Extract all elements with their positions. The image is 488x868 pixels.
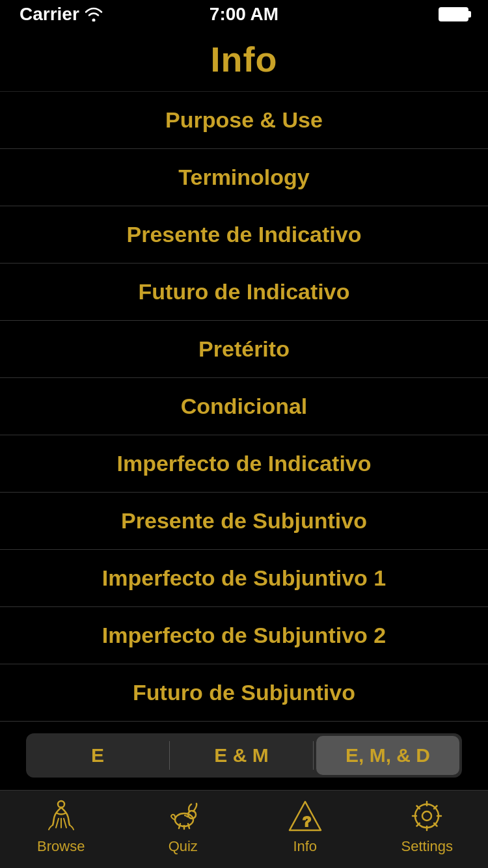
status-bar-right <box>439 7 468 21</box>
browse-icon <box>43 798 79 834</box>
tab-item-quiz[interactable]: Quiz <box>137 798 228 855</box>
info-tab-label: Info <box>293 838 317 855</box>
menu-item-condicional[interactable]: Condicional <box>0 378 488 435</box>
menu-list: Purpose & UseTerminologyPresente de Indi… <box>0 92 488 722</box>
menu-item-label-terminology: Terminology <box>178 165 310 190</box>
filter-divider-2 <box>313 741 314 770</box>
filter-btn-e[interactable]: E <box>26 733 169 778</box>
menu-item-label-preterito: Pretérito <box>198 336 290 362</box>
menu-item-purpose-use[interactable]: Purpose & Use <box>0 92 488 149</box>
settings-tab-label: Settings <box>401 838 454 855</box>
settings-icon <box>409 798 445 834</box>
browse-tab-label: Browse <box>37 838 85 855</box>
tab-item-settings[interactable]: Settings <box>381 798 472 855</box>
menu-item-imperfecto-subjuntivo-2[interactable]: Imperfecto de Subjuntivo 2 <box>0 607 488 664</box>
menu-item-preterito[interactable]: Pretérito <box>0 321 488 378</box>
menu-item-terminology[interactable]: Terminology <box>0 149 488 206</box>
filter-buttons-group: EE & ME, M, & D <box>26 733 462 778</box>
menu-item-label-presente-subjuntivo: Presente de Subjuntivo <box>121 508 367 534</box>
filter-section: EE & ME, M, & D Filter Tenses by Difficu… <box>0 722 488 790</box>
main-content: Info Purpose & UseTerminologyPresente de… <box>0 29 488 790</box>
quiz-tab-label: Quiz <box>169 838 198 855</box>
tab-bar: Browse Quiz ? Info Settings <box>0 790 488 868</box>
menu-item-label-imperfecto-indicativo: Imperfecto de Indicativo <box>116 451 371 476</box>
status-bar-left: Carrier <box>20 4 103 25</box>
page-title: Info <box>211 40 278 79</box>
menu-item-imperfecto-subjuntivo-1[interactable]: Imperfecto de Subjuntivo 1 <box>0 550 488 607</box>
wifi-icon <box>85 7 103 21</box>
menu-item-futuro-subjuntivo[interactable]: Futuro de Subjuntivo <box>0 664 488 722</box>
menu-item-label-futuro-subjuntivo: Futuro de Subjuntivo <box>133 680 355 705</box>
tab-item-info[interactable]: ? Info <box>260 798 351 855</box>
carrier-label: Carrier <box>20 4 79 25</box>
svg-text:?: ? <box>303 813 311 830</box>
page-header: Info <box>0 29 488 92</box>
menu-item-label-imperfecto-subjuntivo-1: Imperfecto de Subjuntivo 1 <box>102 565 386 591</box>
menu-item-label-presente-indicativo: Presente de Indicativo <box>127 222 362 247</box>
filter-btn-emd[interactable]: E, M, & D <box>316 736 459 775</box>
svg-point-0 <box>58 801 64 807</box>
menu-item-presente-subjuntivo[interactable]: Presente de Subjuntivo <box>0 493 488 550</box>
menu-item-presente-indicativo[interactable]: Presente de Indicativo <box>0 206 488 264</box>
filter-btn-em[interactable]: E & M <box>170 733 313 778</box>
battery-icon <box>439 7 468 21</box>
menu-item-label-purpose-use: Purpose & Use <box>165 107 323 133</box>
menu-item-label-futuro-indicativo: Futuro de Indicativo <box>139 279 350 305</box>
menu-item-label-condicional: Condicional <box>181 394 308 419</box>
status-bar: Carrier 7:00 AM <box>0 0 488 29</box>
status-bar-time: 7:00 AM <box>210 4 278 25</box>
menu-item-imperfecto-indicativo[interactable]: Imperfecto de Indicativo <box>0 435 488 493</box>
tab-item-browse[interactable]: Browse <box>16 798 107 855</box>
menu-item-label-imperfecto-subjuntivo-2: Imperfecto de Subjuntivo 2 <box>102 623 386 648</box>
svg-point-6 <box>422 811 431 821</box>
info-icon: ? <box>287 798 323 834</box>
menu-item-futuro-indicativo[interactable]: Futuro de Indicativo <box>0 264 488 321</box>
quiz-icon <box>165 798 201 834</box>
